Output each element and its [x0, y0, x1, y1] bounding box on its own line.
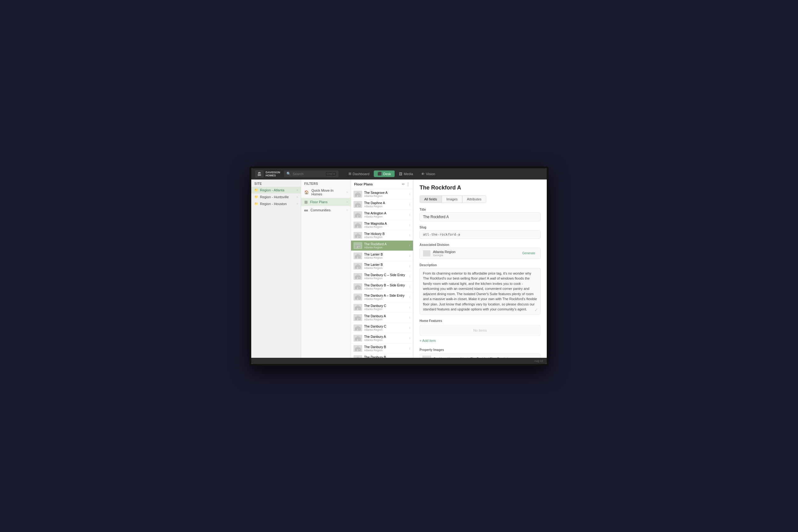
svg-marker-17 — [355, 233, 361, 235]
site-item-houston[interactable]: 📁 Region - Houston › — [251, 201, 301, 207]
folder-icon-2: 📁 — [254, 195, 258, 198]
list-item[interactable]: The Danbury A – Side Entry Atlanta Regio… — [351, 292, 413, 302]
floor-plan-name: The Danbury C — [364, 324, 407, 328]
filters-panel-header: Filters — [301, 179, 351, 187]
list-item[interactable]: The Danbury C Atlanta Region ↕ — [351, 302, 413, 312]
filter-quick-move-in[interactable]: 🏠 Quick Move-In Homes › — [301, 187, 351, 198]
list-item[interactable]: The Danbury A Atlanta Region ↕ — [351, 333, 413, 343]
expand-icon[interactable]: ⤢ — [535, 307, 538, 312]
tab-all-fields[interactable]: All fields — [420, 195, 442, 203]
svg-rect-55 — [359, 328, 360, 329]
tab-images[interactable]: Images — [442, 195, 462, 203]
slug-value[interactable]: atl-the-rockford-a — [420, 230, 540, 239]
communities-icon: 🏘 — [304, 208, 308, 212]
svg-rect-30 — [357, 267, 358, 269]
division-content: Atlanta Region Georgia — [423, 250, 455, 257]
site-panel-header: Site — [251, 179, 301, 187]
list-item[interactable]: The Danbury B Atlanta Region ↕ — [351, 343, 413, 354]
description-value[interactable]: From its charming exterior to its afford… — [420, 268, 540, 315]
list-item[interactable]: The Lanier B Atlanta Region ↕ — [351, 251, 413, 261]
list-header: Floor Plans ✏ ⋮ — [351, 179, 413, 189]
search-bar[interactable]: 🔍 Cmd K — [284, 170, 339, 177]
tab-desk[interactable]: ⬛ Desk — [374, 170, 395, 177]
floor-plan-info: The Lanier B Atlanta Region — [364, 252, 407, 259]
list-item[interactable]: The Danbury B – Side Entry Atlanta Regio… — [351, 282, 413, 292]
filter-communities[interactable]: 🏘 Communities › — [301, 206, 351, 214]
add-item-button[interactable]: + Add item — [420, 338, 540, 344]
logo-area: dhDH DAVIDSONHOMES — [255, 170, 280, 178]
floor-plan-name: The Danbury B – Side Entry — [364, 283, 407, 287]
floor-plan-thumbnail — [354, 201, 362, 208]
floor-plan-thumbnail — [354, 324, 362, 331]
list-item[interactable]: The Rockford A Atlanta Region ↑ — [351, 241, 413, 251]
floor-plan-thumbnail — [354, 211, 362, 218]
slug-field-group: Slug atl-the-rockford-a — [420, 226, 540, 239]
svg-marker-57 — [355, 336, 361, 338]
main-content: Site 📁 Region - Atlanta › 📁 Region - Hun… — [251, 179, 547, 358]
site-item-atlanta[interactable]: 📁 Region - Atlanta › — [251, 187, 301, 193]
list-item[interactable]: The Lanier B Atlanta Region ↕ — [351, 261, 413, 271]
floor-plan-thumbnail — [354, 314, 362, 321]
site-item-huntsville[interactable]: 📁 Region - Huntsville › — [251, 193, 301, 201]
title-value[interactable]: The Rockford A — [420, 212, 540, 221]
list-item[interactable]: The Daphne A Atlanta Region ↕ — [351, 200, 413, 210]
more-icon[interactable]: ⋮ — [406, 182, 410, 186]
svg-rect-10 — [357, 215, 358, 217]
list-header-actions: ✏ ⋮ — [402, 182, 410, 186]
generate-button[interactable]: Generate — [520, 251, 537, 255]
filters-panel: Filters 🏠 Quick Move-In Homes › ▦ Floor … — [301, 179, 351, 358]
floor-plan-action-icon: ↕ — [409, 223, 411, 227]
floor-plan-thumbnail — [354, 242, 362, 249]
list-item[interactable]: The Danbury C Atlanta Region ↕ — [351, 323, 413, 333]
svg-marker-25 — [355, 254, 361, 255]
floor-plan-name: The Danbury B — [364, 355, 407, 358]
floor-plan-name: The Lanier B — [364, 252, 407, 256]
floor-plan-info: The Danbury A Atlanta Region — [364, 335, 407, 342]
list-item[interactable]: The Seagrove A Atlanta Region ↕ — [351, 189, 413, 200]
tab-attributes[interactable]: Attributes — [462, 195, 486, 203]
list-item[interactable]: The Arlington A Atlanta Region ↕ — [351, 210, 413, 220]
status-bar: Aug 18 — [251, 358, 547, 364]
home-features-header: Home Features — [420, 319, 540, 324]
chevron-right-icon: › — [347, 190, 347, 194]
list-item[interactable]: The Hickory B Atlanta Region ↕ — [351, 230, 413, 241]
floor-plan-sub: Atlanta Region — [364, 246, 407, 249]
floor-plan-info: The Seagrove A Atlanta Region — [364, 191, 407, 197]
floor-plan-info: The Danbury A – Side Entry Atlanta Regio… — [364, 293, 407, 301]
home-features-group: Home Features No items + Add item — [420, 319, 540, 344]
tab-media[interactable]: 🖼 Media — [395, 171, 417, 177]
arrow-right-icon: › — [297, 189, 298, 192]
svg-rect-23 — [359, 246, 360, 247]
svg-marker-37 — [355, 285, 361, 286]
floor-plan-thumbnail — [354, 345, 362, 352]
floor-plan-name: The Danbury C – Side Entry — [364, 273, 407, 277]
svg-marker-41 — [355, 295, 361, 297]
floor-plan-name: The Seagrove A — [364, 191, 407, 194]
floor-plan-icon: ▦ — [304, 200, 308, 204]
property-images-label: Property Images — [420, 348, 540, 352]
division-info: Atlanta Region Georgia — [433, 250, 455, 257]
home-features-label: Home Features — [420, 319, 442, 323]
list-item[interactable]: The Danbury A Atlanta Region ↕ — [351, 312, 413, 323]
list-item[interactable]: The Magnolia A Atlanta Region ↕ — [351, 220, 413, 230]
search-input[interactable] — [293, 172, 324, 176]
svg-marker-61 — [355, 346, 361, 348]
folder-icon: 📁 — [254, 188, 258, 192]
svg-rect-54 — [357, 328, 358, 330]
svg-rect-43 — [359, 298, 360, 299]
floor-plan-sub: Atlanta Region — [364, 194, 407, 197]
svg-rect-15 — [359, 226, 360, 227]
floor-plan-info: The Danbury B Atlanta Region — [364, 355, 407, 358]
app-frame: dhDH DAVIDSONHOMES 🔍 Cmd K ⊞ Dashboard ⬛… — [251, 168, 547, 364]
list-title: Floor Plans — [354, 182, 373, 186]
image-entry[interactable]: Davidson Homes - Atlanta The Rockford Pl… — [420, 354, 540, 358]
list-item[interactable]: The Danbury B Atlanta Region ↕ — [351, 354, 413, 358]
svg-rect-47 — [359, 308, 360, 309]
filter-floor-plans[interactable]: ▦ Floor Plans › — [301, 198, 351, 206]
floor-plan-sub: Atlanta Region — [364, 287, 407, 290]
division-field[interactable]: Atlanta Region Georgia Generate — [420, 248, 540, 259]
tab-vision[interactable]: 👁 Vision — [417, 171, 439, 177]
list-item[interactable]: The Danbury C – Side Entry Atlanta Regio… — [351, 271, 413, 282]
edit-icon[interactable]: ✏ — [402, 182, 405, 186]
tab-dashboard[interactable]: ⊞ Dashboard — [345, 170, 373, 177]
